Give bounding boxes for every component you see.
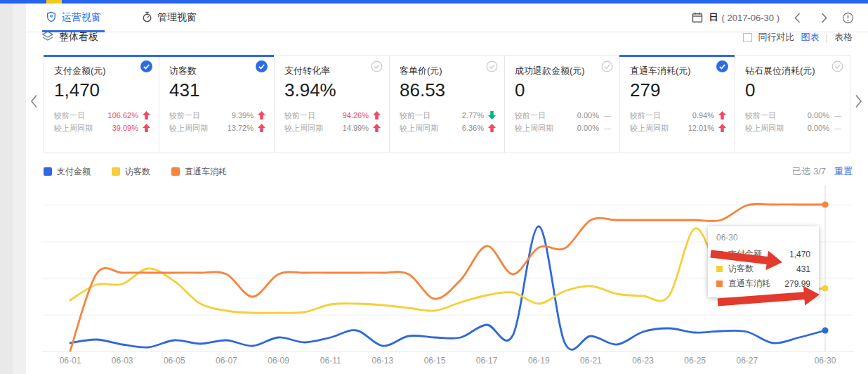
trend-flat-icon: — — [831, 112, 841, 120]
legend-label: 支付金额 — [57, 166, 91, 178]
legend-swatch — [112, 167, 120, 176]
tooltip-swatch — [716, 280, 723, 287]
metric-card-compare: 较前一日0.00%—较上周同期0.00%— — [515, 109, 611, 134]
legend-item-visitors[interactable]: 访客数 — [112, 166, 150, 178]
metric-cards-row: 支付金额(元)1,470较前一日106.62%较上周同期39.09%访客数431… — [44, 55, 855, 153]
x-axis-label: 06-05 — [164, 356, 185, 366]
compare-label: 较上周同期 — [284, 123, 323, 134]
metric-card-7[interactable]: 钻石展位消耗(元)0较前一日0.00%—较上周同期0.00%— — [735, 55, 850, 153]
x-axis-label: 06-25 — [684, 356, 706, 366]
metric-card-compare: 较前一日2.77%较上周同期6.36% — [400, 109, 496, 134]
compare-label: 较前一日 — [400, 110, 430, 121]
x-axis-label: 06-21 — [580, 356, 602, 366]
metric-card-1[interactable]: 支付金额(元)1,470较前一日106.62%较上周同期39.09% — [44, 55, 159, 153]
prev-date-chevron-icon[interactable] — [789, 13, 806, 23]
top-nav: 运营视窗 管理视窗 日 ( 2017-06-30 ) — [26, 4, 868, 32]
x-axis-label: 06-27 — [736, 356, 758, 366]
metric-card-3[interactable]: 支付转化率3.94%较前一日94.26%较上周同期14.99% — [274, 55, 390, 153]
tab-label: 管理视窗 — [157, 11, 197, 24]
legend-item-ztc-cost[interactable]: 直通车消耗 — [171, 166, 227, 178]
peer-compare-checkbox[interactable] — [743, 33, 752, 42]
chart-view-link[interactable]: 图表 — [801, 32, 820, 44]
x-axis-label: 06-01 — [60, 356, 81, 366]
tooltip-value: 279.99 — [784, 279, 810, 289]
cards-prev-chevron-icon[interactable] — [30, 94, 38, 111]
check-badge-icon[interactable] — [140, 60, 152, 72]
chart-legend: 支付金额访客数直通车消耗 已选 3/7 重置 — [44, 163, 853, 180]
shield-icon — [46, 11, 57, 25]
metric-card-compare: 较前一日94.26%较上周同期14.99% — [284, 109, 381, 134]
compare-percent: 13.72% — [228, 124, 254, 132]
metric-card-value: 1,470 — [54, 79, 150, 101]
x-axis-label: 06-03 — [112, 356, 133, 366]
tooltip-row-payment: 支付金额1,470 — [716, 247, 810, 262]
cards-next-chevron-icon[interactable] — [855, 94, 862, 111]
compare-label: 较上周同期 — [400, 123, 438, 134]
compare-percent: 2.77% — [462, 111, 484, 120]
x-axis-label: 06-30 — [815, 356, 836, 366]
tooltip-value: 1,470 — [789, 250, 810, 259]
date-value[interactable]: ( 2017-06-30 ) — [722, 13, 780, 23]
check-badge-icon[interactable] — [716, 60, 728, 72]
compare-percent: 39.09% — [112, 124, 138, 132]
x-axis-label: 06-15 — [424, 356, 446, 366]
metric-card-value: 0 — [745, 79, 841, 101]
info-icon[interactable] — [842, 12, 854, 24]
compare-row: 较上周同期0.00%— — [515, 122, 611, 134]
metric-cards-section: 支付金额(元)1,470较前一日106.62%较上周同期39.09%访客数431… — [26, 55, 868, 153]
compare-label: 较前一日 — [284, 110, 315, 121]
reset-button[interactable]: 重置 — [834, 165, 853, 178]
layers-icon — [42, 32, 53, 44]
check-circle-empty-icon[interactable] — [601, 60, 613, 72]
compare-label: 较前一日 — [515, 110, 546, 121]
date-controls: 日 ( 2017-06-30 ) — [692, 11, 854, 24]
check-badge-icon[interactable] — [256, 60, 268, 72]
trend-up-icon — [716, 124, 726, 132]
check-circle-empty-icon[interactable] — [831, 60, 843, 72]
tooltip-date: 06-30 — [716, 233, 810, 243]
compare-percent: 14.99% — [343, 124, 369, 132]
compare-row: 较前一日0.94% — [630, 109, 726, 122]
trend-down-icon — [486, 111, 496, 120]
main-panel: 运营视窗 管理视窗 日 ( 2017-06-30 ) — [26, 4, 868, 374]
calendar-icon[interactable] — [692, 12, 703, 23]
trend-up-icon — [371, 111, 381, 120]
trend-flat-icon: — — [601, 124, 611, 132]
metric-card-value: 3.94% — [284, 79, 381, 101]
trend-chart: 06-0106-0306-0506-0706-0906-1106-1306-15… — [26, 180, 868, 374]
metric-card-4[interactable]: 客单价(元)86.53较前一日2.77%较上周同期6.36% — [389, 55, 505, 153]
next-date-chevron-icon[interactable] — [815, 13, 833, 23]
date-granularity[interactable]: 日 — [709, 11, 718, 24]
check-circle-empty-icon[interactable] — [486, 60, 498, 72]
compare-percent: 106.62% — [108, 111, 138, 120]
tooltip-row-visitors: 访客数431 — [716, 262, 810, 276]
compare-percent: 94.26% — [343, 111, 369, 120]
metric-card-title: 支付金额(元) — [54, 65, 150, 77]
trend-up-icon — [486, 124, 496, 132]
legend-item-payment[interactable]: 支付金额 — [44, 166, 91, 178]
compare-label: 较上周同期 — [169, 123, 208, 134]
left-gutter — [0, 4, 13, 374]
legend-label: 访客数 — [125, 166, 150, 178]
compare-row: 较上周同期14.99% — [284, 122, 381, 134]
trend-up-icon — [140, 111, 150, 120]
check-circle-empty-icon[interactable] — [371, 60, 383, 72]
metric-card-6[interactable]: 直通车消耗(元)279较前一日0.94%较上周同期12.01% — [619, 55, 735, 153]
metric-card-value: 279 — [630, 79, 726, 101]
tooltip-row-ztc-cost: 直通车消耗279.99 — [716, 276, 810, 291]
trend-flat-icon: — — [831, 124, 841, 132]
metric-card-2[interactable]: 访客数431较前一日9.39%较上周同期13.72% — [159, 55, 275, 153]
legend-swatch — [44, 167, 52, 176]
table-view-link[interactable]: 表格 — [834, 32, 853, 44]
compare-row: 较上周同期0.00%— — [745, 122, 841, 134]
strip-accent-segment — [46, 0, 62, 4]
tab-operations-view[interactable]: 运营视窗 — [46, 4, 101, 32]
chart-tooltip: 06-30 支付金额1,470访客数431直通车消耗279.99 — [708, 226, 819, 297]
browser-top-strip — [0, 0, 868, 4]
series-endpoint-payment — [822, 328, 829, 334]
trend-up-icon — [371, 124, 381, 132]
metric-card-5[interactable]: 成功退款金额(元)0较前一日0.00%—较上周同期0.00%— — [504, 55, 620, 153]
tab-management-view[interactable]: 管理视窗 — [142, 4, 197, 32]
metric-card-title: 成功退款金额(元) — [515, 65, 611, 77]
compare-label: 较上周同期 — [515, 123, 553, 134]
